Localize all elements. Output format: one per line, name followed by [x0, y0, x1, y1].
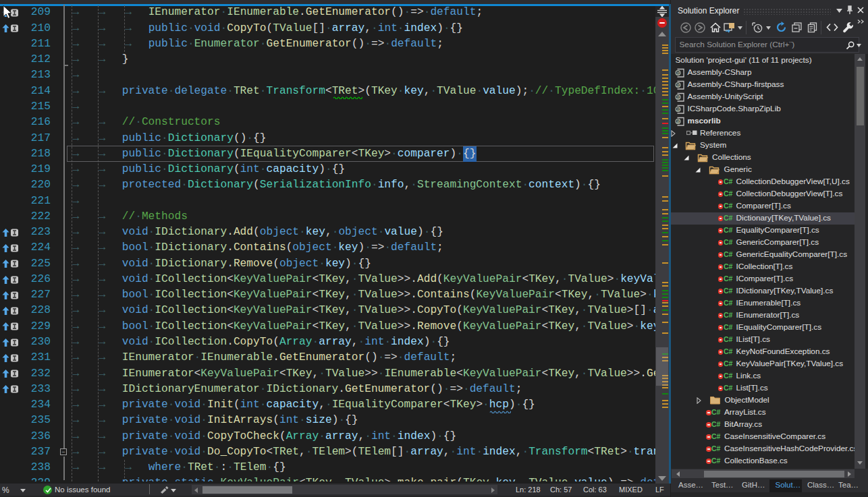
- svg-text:#: #: [676, 82, 680, 88]
- svg-text:#: #: [676, 107, 680, 113]
- svg-text:#: #: [676, 94, 680, 100]
- svg-text:#: #: [676, 119, 680, 125]
- svg-text:#: #: [676, 70, 680, 76]
